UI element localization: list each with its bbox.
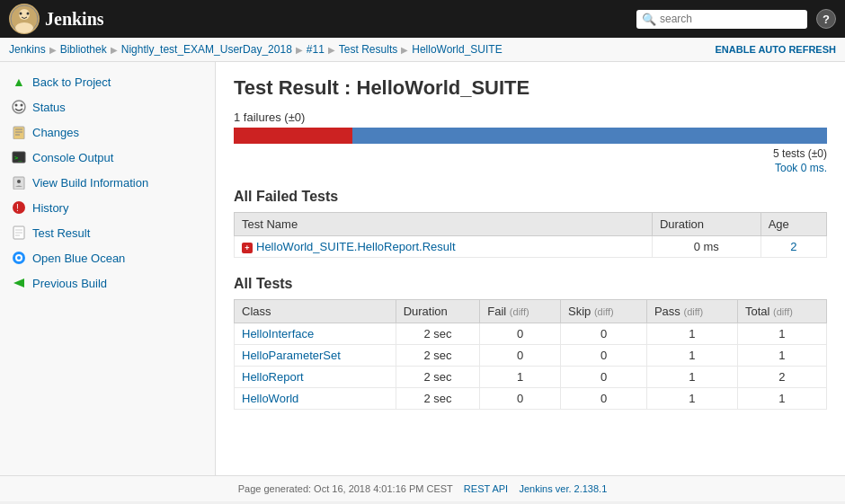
all-tests-table: Class Duration Fail (diff) Skip (diff) P…: [234, 299, 827, 410]
test-fail-cell: 1: [480, 367, 561, 388]
test-class-link[interactable]: HelloParameterSet: [242, 349, 341, 362]
svg-point-3: [20, 13, 22, 15]
svg-rect-8: [13, 127, 24, 139]
svg-point-5: [13, 101, 25, 113]
progress-fail-bar: [234, 128, 352, 144]
jenkins-logo: [9, 4, 40, 34]
breadcrumb-jenkins[interactable]: Jenkins: [9, 43, 46, 56]
history-icon: !: [11, 199, 27, 216]
sidebar-item-view-build-information[interactable]: View Build Information: [0, 170, 215, 195]
sidebar-label-test-result: Test Result: [32, 226, 90, 240]
test-result-icon: [11, 225, 27, 241]
test-pass-cell: 1: [646, 323, 737, 345]
sidebar-item-history[interactable]: ! History: [0, 195, 215, 220]
main-layout: Back to Project Status Changes >_ Consol…: [0, 62, 845, 475]
test-pass-cell: 1: [646, 367, 737, 388]
all-tests-body: HelloInterface 2 sec 0 0 1 1 HelloParame…: [235, 323, 827, 410]
sidebar-item-console-output[interactable]: >_ Console Output: [0, 145, 215, 170]
test-class-link[interactable]: HelloInterface: [242, 327, 314, 340]
svg-text:>_: >_: [14, 155, 22, 162]
test-duration-cell: 2 sec: [396, 367, 480, 388]
breadcrumb-nightly[interactable]: Nightly_test_EXAM_UserDay_2018: [121, 43, 292, 56]
breadcrumb-sep-1: ▶: [49, 45, 57, 55]
sidebar-label-view-build-information: View Build Information: [32, 176, 148, 190]
breadcrumb-sep-2: ▶: [111, 45, 118, 55]
progress-bar: [234, 128, 827, 144]
sidebar-item-test-result[interactable]: Test Result: [0, 220, 215, 245]
sidebar-label-previous-build: Previous Build: [32, 277, 107, 290]
sidebar-label-back-to-project: Back to Project: [32, 75, 111, 89]
svg-point-15: [17, 180, 21, 183]
test-duration-cell: 2 sec: [396, 323, 480, 345]
test-fail-cell: 0: [480, 345, 561, 367]
changes-icon: [11, 124, 27, 140]
test-skip-cell: 0: [561, 388, 647, 410]
test-pass-cell: 1: [646, 345, 737, 367]
svg-point-4: [27, 13, 30, 15]
sidebar-label-console-output: Console Output: [32, 151, 113, 164]
sidebar-label-history: History: [32, 201, 68, 215]
sidebar-item-open-blue-ocean[interactable]: Open Blue Ocean: [0, 245, 215, 270]
tests-summary: 5 tests (±0): [234, 147, 827, 160]
footer-version-link[interactable]: Jenkins ver. 2.138.1: [519, 483, 607, 494]
blue-ocean-icon: [11, 250, 27, 266]
failed-col-age: Age: [760, 213, 826, 236]
footer-rest-api-link[interactable]: REST API: [464, 483, 508, 494]
failed-tests-table: Test Name Duration Age +HelloWorld_SUITE…: [234, 212, 827, 258]
test-total-cell: 1: [737, 323, 826, 345]
failed-test-name-link[interactable]: HelloWorld_SUITE.HelloReport.Result: [256, 240, 456, 253]
table-row: HelloWorld 2 sec 0 0 1 1: [235, 388, 827, 410]
help-button[interactable]: ?: [816, 9, 836, 29]
sidebar-label-status: Status: [32, 101, 66, 114]
col-skip: Skip (diff): [561, 300, 647, 323]
breadcrumb-build-num[interactable]: #11: [307, 43, 325, 56]
sidebar-item-changes[interactable]: Changes: [0, 119, 215, 145]
failed-test-age: 2: [760, 236, 826, 258]
sidebar-item-status[interactable]: Status: [0, 94, 215, 119]
table-row: +HelloWorld_SUITE.HelloReport.Result 0 m…: [235, 236, 827, 258]
footer: Page generated: Oct 16, 2018 4:01:16 PM …: [0, 475, 845, 501]
sidebar-item-back-to-project[interactable]: Back to Project: [0, 69, 215, 94]
test-class-cell: HelloReport: [235, 367, 396, 388]
test-skip-cell: 0: [561, 323, 647, 345]
failed-indicator: +: [242, 243, 253, 253]
search-input[interactable]: [660, 13, 795, 25]
sidebar-item-previous-build[interactable]: Previous Build: [0, 270, 215, 296]
failed-col-duration: Duration: [652, 213, 760, 236]
test-class-link[interactable]: HelloWorld: [242, 392, 298, 405]
failed-test-name-cell: +HelloWorld_SUITE.HelloReport.Result: [235, 236, 653, 258]
search-container: 🔍: [636, 10, 807, 29]
test-class-cell: HelloWorld: [235, 388, 396, 410]
svg-marker-25: [13, 279, 24, 287]
sidebar-label-open-blue-ocean: Open Blue Ocean: [32, 252, 125, 265]
test-fail-cell: 0: [480, 388, 561, 410]
site-title: Jenkins: [45, 9, 104, 30]
svg-point-24: [17, 256, 21, 260]
col-class: Class: [235, 300, 396, 323]
breadcrumb-test-results[interactable]: Test Results: [339, 43, 397, 56]
prev-build-icon: [11, 275, 27, 291]
test-duration-cell: 2 sec: [396, 345, 480, 367]
auto-refresh-button[interactable]: ENABLE AUTO REFRESH: [716, 44, 836, 55]
failed-test-age-link[interactable]: 2: [790, 240, 796, 253]
col-duration: Duration: [396, 300, 480, 323]
svg-point-2: [15, 22, 33, 33]
header: Jenkins 🔍 ?: [0, 0, 845, 38]
svg-point-16: [13, 201, 25, 214]
build-info-icon: [11, 174, 27, 190]
col-total: Total (diff): [737, 300, 826, 323]
failed-section-title: All Failed Tests: [234, 189, 827, 205]
svg-point-7: [21, 104, 23, 107]
table-row: HelloInterface 2 sec 0 0 1 1: [235, 323, 827, 345]
content: Test Result : HelloWorld_SUITE 1 failure…: [216, 62, 845, 475]
svg-point-6: [15, 104, 18, 107]
test-total-cell: 1: [737, 345, 826, 367]
breadcrumb-bibliothek[interactable]: Bibliothek: [60, 43, 107, 56]
took-time[interactable]: Took 0 ms.: [234, 162, 827, 174]
breadcrumb-sep-4: ▶: [328, 45, 335, 55]
sidebar-label-changes: Changes: [32, 126, 79, 139]
test-class-link[interactable]: HelloReport: [242, 370, 304, 384]
test-class-cell: HelloParameterSet: [235, 345, 396, 367]
breadcrumb-suite[interactable]: HelloWorld_SUITE: [412, 43, 502, 56]
all-tests-section-title: All Tests: [234, 276, 827, 292]
